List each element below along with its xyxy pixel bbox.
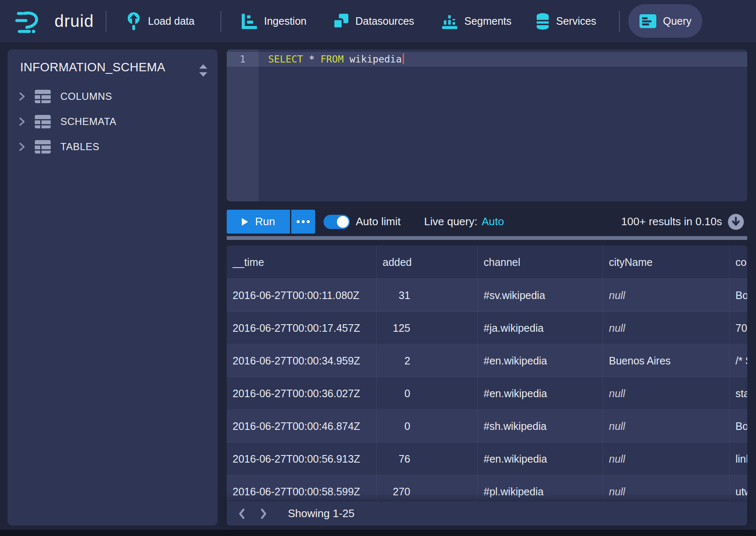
column-header-comment[interactable]: comment [730, 245, 747, 278]
results-table: __time added channel cityName comment 20… [227, 245, 747, 508]
table-icon [34, 114, 51, 129]
cell-time[interactable]: 2016-06-27T00:00:17.457Z [227, 312, 377, 344]
upload-icon [126, 11, 142, 31]
cell-comment[interactable]: /* S [730, 344, 747, 377]
brand[interactable]: druid [15, 0, 94, 42]
cell-cityname[interactable]: null [603, 312, 730, 344]
cell-comment[interactable]: 70.1 [730, 312, 747, 344]
nav-item-datasources[interactable]: Datasources [332, 0, 414, 42]
console-icon [639, 14, 657, 29]
nav-divider [619, 11, 620, 32]
run-button[interactable]: Run [227, 210, 290, 234]
nav-item-ingestion[interactable]: Ingestion [241, 0, 306, 42]
cell-added[interactable]: 125 [377, 312, 478, 344]
nav-item-label: Services [556, 15, 596, 27]
nav-item-query[interactable]: Query [628, 4, 702, 38]
ellipsis-icon [307, 220, 310, 223]
sql-code-line: SELECT * FROM wikipedia [268, 52, 404, 67]
nav-item-label: Datasources [355, 15, 414, 27]
cell-channel[interactable]: #sh.wikipedia [478, 410, 603, 442]
druid-console: druid Load data Ingestion [0, 0, 756, 536]
sql-keyword: SELECT [268, 54, 303, 65]
cell-cityname[interactable]: null [603, 410, 730, 442]
nav-item-load-data[interactable]: Load data [126, 0, 194, 42]
sql-editor[interactable]: 1 SELECT * FROM wikipedia [227, 49, 747, 201]
cell-added[interactable]: 0 [377, 377, 478, 409]
cell-cityname[interactable]: Buenos Aires [603, 344, 730, 377]
nav-item-label: Query [663, 15, 691, 27]
table-icon [34, 89, 51, 104]
schema-title: INFORMATION_SCHEMA [20, 60, 165, 74]
sidebar-item-label: TABLES [60, 141, 99, 153]
cell-channel[interactable]: #en.wikipedia [478, 344, 603, 377]
nav-divider [220, 11, 221, 32]
cell-time[interactable]: 2016-06-27T00:00:36.027Z [227, 377, 377, 409]
download-icon [728, 213, 744, 230]
ellipsis-icon [302, 220, 305, 223]
column-header-time[interactable]: __time [227, 245, 377, 278]
play-icon [242, 218, 248, 226]
cell-time[interactable]: 2016-06-27T00:00:34.959Z [227, 344, 377, 377]
cell-channel[interactable]: #en.wikipedia [478, 442, 603, 475]
auto-limit-toggle[interactable] [324, 215, 350, 229]
cell-added[interactable]: 76 [377, 442, 478, 475]
cell-comment[interactable]: link [730, 442, 747, 475]
cell-cityname[interactable]: null [603, 377, 730, 409]
pagination-status: Showing 1-25 [288, 507, 355, 520]
cell-added[interactable]: 2 [377, 344, 478, 377]
cell-added[interactable]: 31 [377, 279, 478, 311]
sidebar-item-label: SCHEMATA [60, 116, 117, 127]
cell-cityname[interactable]: null [603, 279, 730, 311]
cell-channel[interactable]: #ja.wikipedia [478, 312, 603, 344]
chevron-right-icon [18, 117, 26, 126]
results-info: 100+ results in 0.10s [621, 210, 722, 234]
chevron-right-icon [18, 142, 26, 151]
panel-divider[interactable] [227, 236, 747, 240]
live-query-label: Live query: [424, 215, 477, 228]
run-more-options-button[interactable] [291, 210, 315, 234]
download-button[interactable] [728, 213, 744, 230]
table-icon [34, 140, 51, 154]
live-query-value[interactable]: Auto [482, 215, 504, 228]
previous-page-button[interactable] [238, 508, 246, 520]
cell-comment[interactable]: stat [730, 377, 747, 409]
cell-added[interactable]: 0 [377, 410, 478, 442]
cell-channel[interactable]: #sv.wikipedia [478, 279, 603, 311]
sql-keyword: FROM [321, 54, 344, 65]
auto-limit-label: Auto limit [356, 210, 401, 234]
sql-star: * [309, 54, 315, 65]
sidebar-item-columns[interactable]: COLUMNS [13, 85, 212, 108]
nav-item-segments[interactable]: Segments [441, 0, 512, 42]
cell-time[interactable]: 2016-06-27T00:00:56.913Z [227, 442, 377, 475]
nav-divider [106, 11, 106, 32]
sidebar-item-tables[interactable]: TABLES [13, 135, 212, 158]
nav-item-label: Segments [464, 15, 512, 27]
column-header-added[interactable]: added [377, 245, 478, 278]
cell-time[interactable]: 2016-06-27T00:00:11.080Z [227, 279, 377, 311]
bottom-edge [0, 530, 756, 536]
next-page-button[interactable] [259, 508, 268, 520]
cell-channel[interactable]: #en.wikipedia [478, 377, 603, 409]
cell-cityname[interactable]: null [603, 442, 730, 475]
table-row: 2016-06-27T00:00:34.959Z 2 #en.wikipedia… [227, 344, 747, 377]
nav-item-services[interactable]: Services [536, 0, 596, 42]
stacked-squares-icon [332, 13, 349, 30]
database-icon [536, 12, 550, 31]
sort-icon[interactable] [197, 63, 209, 80]
druid-logo-icon [15, 9, 47, 34]
text-cursor [403, 53, 404, 64]
table-row: 2016-06-27T00:00:17.457Z 125 #ja.wikiped… [227, 312, 747, 344]
sidebar-item-schemata[interactable]: SCHEMATA [13, 110, 212, 133]
bar-chart-icon [441, 13, 458, 30]
query-results-panel: __time added channel cityName comment 20… [227, 245, 747, 526]
table-header-row: __time added channel cityName comment [227, 245, 747, 279]
table-row: 2016-06-27T00:00:11.080Z 31 #sv.wikipedi… [227, 279, 747, 312]
table-row: 2016-06-27T00:00:46.874Z 0 #sh.wikipedia… [227, 410, 747, 442]
toggle-knob [337, 216, 349, 228]
cell-time[interactable]: 2016-06-27T00:00:46.874Z [227, 410, 377, 442]
editor-gutter [227, 49, 259, 201]
column-header-channel[interactable]: channel [478, 245, 603, 278]
cell-comment[interactable]: Bot: [730, 410, 747, 442]
cell-comment[interactable]: Bot: [730, 279, 747, 311]
column-header-cityname[interactable]: cityName [603, 245, 730, 278]
